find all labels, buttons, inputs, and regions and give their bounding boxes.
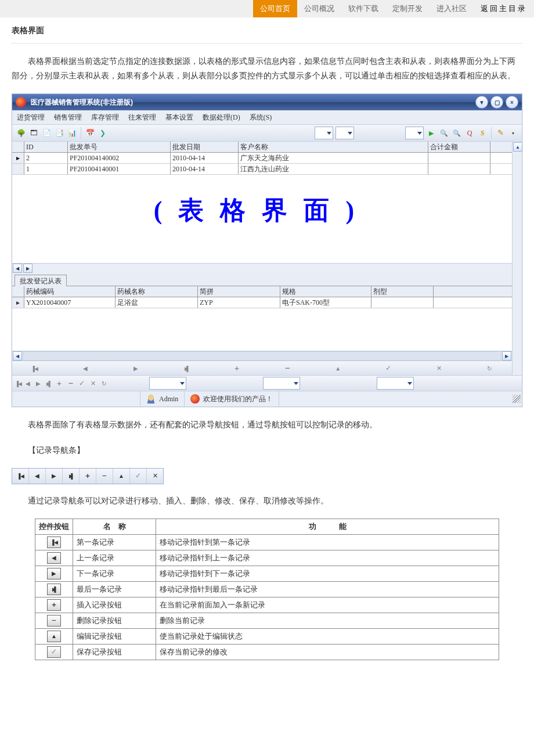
strip-delete-icon[interactable] — [96, 469, 113, 484]
nav2-delete-icon[interactable] — [67, 379, 74, 388]
nav2-refresh-icon[interactable]: ↻ — [100, 380, 107, 387]
detail-col-form[interactable]: 剂型 — [371, 286, 434, 297]
strip-next-icon[interactable] — [46, 469, 63, 484]
tool-form-icon[interactable]: 📄 — [41, 128, 52, 138]
detail-hscroll[interactable]: ◀ ▶ — [12, 351, 512, 361]
filter-icon[interactable]: Q — [464, 128, 475, 138]
nav-post-icon[interactable] — [385, 364, 392, 372]
detail-col-spec[interactable]: 规格 — [280, 286, 371, 297]
strip-first-icon[interactable] — [12, 469, 29, 484]
table-row[interactable]: ▸ 2 PF201004140002 2010-04-14 广东天之海药业 — [12, 153, 512, 164]
strip-post-icon[interactable] — [130, 469, 147, 484]
tool-next-icon[interactable]: ❯ — [98, 128, 108, 138]
table-row: 删除记录按钮 删除当前记录 — [35, 613, 499, 628]
detail-col-code[interactable]: 药械编码 — [24, 286, 116, 297]
strip-insert-icon[interactable] — [80, 469, 96, 484]
maximize-button[interactable]: ▢ — [490, 96, 503, 109]
detail-col-py[interactable]: 简拼 — [198, 286, 280, 297]
nav-about[interactable]: 公司概况 — [297, 0, 341, 17]
btn-post-icon — [47, 646, 61, 658]
nav-last-icon[interactable] — [183, 365, 190, 372]
search-icon[interactable] — [439, 128, 449, 138]
menu-settings[interactable]: 基本设置 — [165, 113, 193, 123]
row-indicator-icon: ▸ — [12, 153, 24, 163]
table-row: 下一条记录 移动记录指针到下一条记录 — [35, 566, 499, 581]
btn-delete-icon — [47, 615, 61, 627]
nav-community[interactable]: 进入社区 — [430, 0, 474, 17]
tool-dropdown-1[interactable] — [315, 127, 333, 139]
nav-download[interactable]: 软件下载 — [341, 0, 385, 17]
nav2-last-icon[interactable] — [45, 380, 50, 387]
master-col-name[interactable]: 客户名称 — [239, 142, 428, 152]
minimize-button[interactable]: ▼ — [475, 96, 488, 109]
master-col-id[interactable]: ID — [24, 142, 68, 152]
btn-prev-icon — [47, 552, 61, 564]
strip-prev-icon[interactable] — [29, 469, 46, 484]
table-row: 第一条记录 移动记录指针到第一条记录 — [35, 534, 499, 550]
run-icon[interactable] — [426, 128, 436, 138]
nav2-cancel-icon[interactable] — [89, 380, 97, 387]
tool-dropdown-3[interactable] — [405, 127, 424, 139]
tool-report-icon[interactable]: 📑 — [54, 128, 64, 138]
master-grid-body: ▸ 2 PF201004140002 2010-04-14 广东天之海药业 1 … — [12, 153, 512, 263]
master-col-amt[interactable]: 合计金额 — [428, 142, 490, 152]
master-hscroll[interactable]: ◀ ▶ — [12, 263, 512, 273]
menu-purchase[interactable]: 进货管理 — [17, 113, 45, 123]
edit-icon[interactable] — [495, 128, 506, 138]
close-button[interactable]: × — [506, 96, 518, 109]
nav-next-icon[interactable] — [132, 365, 139, 372]
menu-data[interactable]: 数据处理(D) — [203, 113, 240, 123]
table-row: 编辑记录按钮 使当前记录处于编辑状态 — [35, 628, 499, 644]
menu-stock[interactable]: 库存管理 — [91, 113, 119, 123]
nav-delete-icon[interactable] — [284, 363, 291, 373]
sort-icon[interactable]: S — [477, 128, 488, 138]
nav-home[interactable]: 公司首页 — [253, 0, 297, 17]
resize-grip-icon[interactable] — [513, 395, 521, 403]
btn-insert-icon — [47, 599, 61, 611]
strip-cancel-icon[interactable] — [147, 469, 163, 484]
nav-custom[interactable]: 定制开发 — [385, 0, 430, 17]
nav-cancel-icon[interactable] — [435, 365, 442, 372]
tool-tree-icon[interactable]: 🌳 — [16, 128, 26, 138]
table-row: 保存记录按钮 保存当前记录的修改 — [35, 644, 499, 660]
tool-grid-icon[interactable]: 🗔 — [28, 128, 39, 138]
tool-chart-icon[interactable]: 📊 — [67, 128, 77, 138]
vertical-scrollbar[interactable]: ▲ — [513, 142, 522, 375]
nav2-first-icon[interactable] — [16, 380, 21, 387]
table-row: 最后一条记录 移动记录指针到最后一条记录 — [35, 581, 499, 597]
strip-edit-icon[interactable] — [113, 469, 130, 484]
nav-edit-icon[interactable] — [334, 365, 341, 372]
bottom-dropdown-1[interactable] — [149, 377, 186, 390]
status-bar: Admin 欢迎使用我们的产品！ — [12, 391, 522, 406]
table-row[interactable]: 1 PF201004140001 2010-04-14 江西九连山药业 — [12, 164, 512, 175]
table-row: 插入记录按钮 在当前记录前面加入一条新记录 — [35, 597, 499, 613]
menu-sales[interactable]: 销售管理 — [54, 113, 82, 123]
bottom-dropdown-2[interactable] — [263, 377, 300, 390]
detail-tab-register[interactable]: 批发登记从表 — [15, 275, 67, 286]
detail-col-name[interactable]: 药械名称 — [116, 286, 198, 297]
detail-tabs: 批发登记从表 — [12, 273, 512, 286]
nav-back-main[interactable]: 返回主目录 — [474, 0, 534, 17]
nav-first-icon[interactable] — [31, 365, 38, 372]
ref-th-name: 名 称 — [73, 519, 156, 534]
nav2-post-icon[interactable] — [78, 379, 86, 387]
search-next-icon[interactable] — [452, 128, 462, 138]
master-col-date[interactable]: 批发日期 — [171, 142, 239, 152]
table-row[interactable]: ▸ YX2010040007 足浴盆 ZYP 电子SAK-700型 — [12, 297, 512, 308]
nav-insert-icon[interactable] — [233, 363, 240, 373]
strip-last-icon[interactable] — [63, 469, 80, 484]
scroll-up-icon[interactable]: ▲ — [513, 142, 522, 152]
nav-prev-icon[interactable] — [82, 365, 89, 372]
master-col-code[interactable]: 批发单号 — [68, 142, 171, 152]
nav2-insert-icon[interactable] — [55, 379, 64, 388]
menubar: 进货管理 销售管理 库存管理 往来管理 基本设置 数据处理(D) 系统(S) — [12, 110, 522, 125]
nav-refresh-icon[interactable]: ↻ — [486, 365, 493, 372]
menu-system[interactable]: 系统(S) — [250, 113, 272, 123]
nav2-prev-icon[interactable] — [24, 380, 31, 387]
bottom-dropdown-3[interactable] — [377, 377, 414, 390]
tool-calendar-icon[interactable]: 📅 — [85, 128, 95, 138]
nav2-next-icon[interactable] — [35, 380, 42, 387]
menu-ar[interactable]: 往来管理 — [128, 113, 156, 123]
tool-menu-arrow-icon[interactable]: ▾ — [508, 128, 518, 138]
tool-dropdown-2[interactable] — [335, 127, 354, 139]
